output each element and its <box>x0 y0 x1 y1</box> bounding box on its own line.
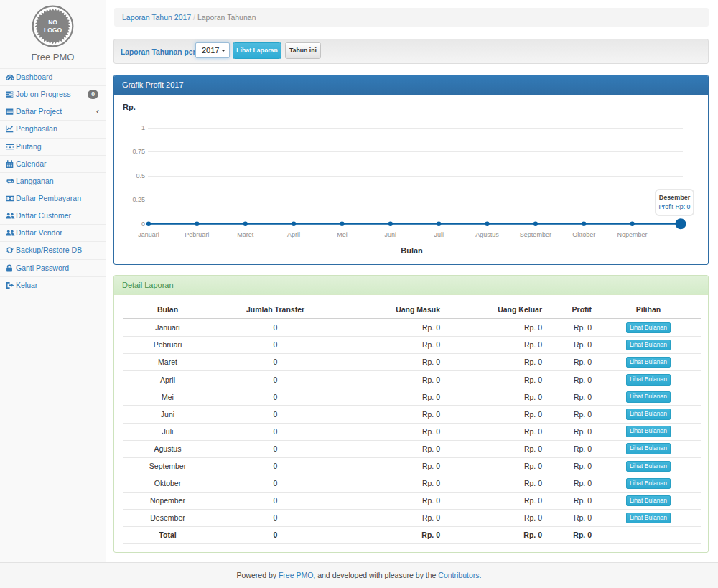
svg-text:NO: NO <box>48 19 57 26</box>
svg-text:LOGO: LOGO <box>44 27 62 34</box>
